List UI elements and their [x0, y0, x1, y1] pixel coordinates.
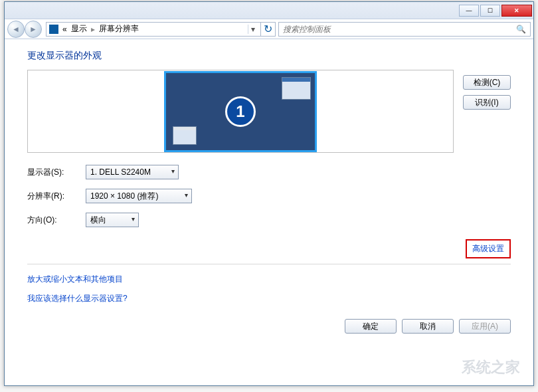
divider: [27, 264, 511, 264]
resolution-label: 分辨率(R):: [27, 191, 86, 202]
resolution-combo[interactable]: 1920 × 1080 (推荐): [86, 189, 192, 203]
close-button[interactable]: ✕: [501, 5, 532, 17]
detect-button[interactable]: 检测(C): [463, 75, 511, 90]
which-settings-link[interactable]: 我应该选择什么显示器设置?: [27, 293, 511, 304]
maximize-button[interactable]: ☐: [480, 5, 500, 17]
orientation-value: 横向: [90, 215, 106, 226]
desktop-thumbnail: 1: [164, 71, 317, 152]
search-input[interactable]: [283, 25, 516, 34]
display-preview[interactable]: 1: [27, 70, 454, 153]
search-icon: 🔍: [516, 25, 526, 34]
window-thumb-2: [173, 126, 197, 145]
orientation-combo[interactable]: 横向: [86, 213, 139, 227]
page-title: 更改显示器的外观: [27, 50, 511, 62]
minimize-button[interactable]: —: [459, 5, 479, 17]
back-button[interactable]: ◄: [7, 21, 25, 38]
identify-button[interactable]: 识别(I): [463, 95, 511, 110]
address-dropdown[interactable]: ▾: [248, 25, 258, 34]
display-label: 显示器(S):: [27, 167, 86, 178]
watermark: 系统之家: [462, 357, 520, 377]
display-combo[interactable]: 1. DELL S2240M: [86, 165, 179, 179]
apply-button[interactable]: 应用(A): [459, 319, 511, 334]
refresh-button[interactable]: ↻: [261, 22, 276, 37]
ok-button[interactable]: 确定: [345, 319, 397, 334]
content-area: 更改显示器的外观 1 检测(C) 识别(I) 显示器(S): 1. DELL S…: [5, 39, 533, 340]
titlebar: — ☐ ✕: [5, 2, 533, 19]
control-panel-window: — ☐ ✕ ◄ ► « 显示 ▸ 屏幕分辨率 ▾ ↻ 🔍 更改显示器的外观: [4, 1, 534, 386]
orientation-label: 方向(O):: [27, 215, 86, 226]
resolution-value: 1920 × 1080 (推荐): [90, 191, 158, 202]
display-value: 1. DELL S2240M: [90, 167, 151, 177]
forward-button[interactable]: ►: [25, 21, 42, 38]
cancel-button[interactable]: 取消: [402, 319, 454, 334]
breadcrumb-separator: ▸: [91, 25, 95, 34]
window-thumb-1: [282, 77, 311, 100]
address-bar[interactable]: « 显示 ▸ 屏幕分辨率 ▾: [46, 22, 261, 37]
monitor-badge: 1: [225, 96, 256, 127]
breadcrumb-prefix: «: [62, 25, 67, 34]
control-panel-icon: [49, 25, 58, 34]
breadcrumb-item-resolution[interactable]: 屏幕分辨率: [99, 23, 139, 35]
text-size-link[interactable]: 放大或缩小文本和其他项目: [27, 274, 511, 285]
navbar: ◄ ► « 显示 ▸ 屏幕分辨率 ▾ ↻ 🔍: [5, 19, 533, 39]
advanced-settings-link[interactable]: 高级设置: [466, 239, 511, 258]
breadcrumb-item-display[interactable]: 显示: [71, 23, 87, 35]
search-box[interactable]: 🔍: [278, 22, 531, 37]
